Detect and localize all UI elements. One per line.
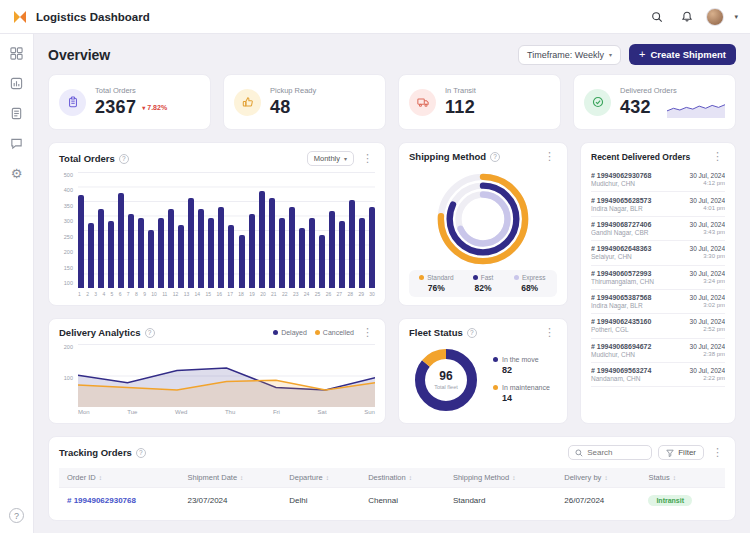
sidebar-item-orders-icon[interactable] xyxy=(9,106,24,121)
plus-icon: + xyxy=(639,49,645,60)
x-tick: 2 xyxy=(86,291,89,297)
bell-icon[interactable] xyxy=(676,6,698,28)
fleet-total: 96 xyxy=(439,369,452,383)
list-item[interactable]: # 19949062435160 Potheri, CGL 30 Jul, 20… xyxy=(591,314,725,338)
search-icon[interactable] xyxy=(646,6,668,28)
sort-icon[interactable]: ↕ xyxy=(409,474,412,481)
sort-icon[interactable]: ↕ xyxy=(240,474,243,481)
kebab-menu-icon[interactable]: ⋮ xyxy=(360,153,375,164)
kebab-menu-icon[interactable]: ⋮ xyxy=(710,151,725,162)
list-item[interactable]: # 19949060572993 Thirumangalam, CHN 30 J… xyxy=(591,266,725,290)
list-item[interactable]: # 19949068694672 Mudichur, CHN 30 Jul, 2… xyxy=(591,339,725,363)
shipping-method-card: Shipping Method ? ⋮ Standard 76% xyxy=(398,142,568,306)
order-time: 3:24 pm xyxy=(690,278,725,284)
y-tick: 150 xyxy=(59,265,73,271)
list-item-left: # 19949062930768 Mudichur, CHN xyxy=(591,172,651,187)
bar xyxy=(118,193,124,288)
help-icon[interactable]: ? xyxy=(136,448,146,458)
list-item[interactable]: # 19949069563274 Nandanam, CHN 30 Jul, 2… xyxy=(591,363,725,387)
x-tick: 14 xyxy=(195,291,201,297)
column-header[interactable]: Departure↕ xyxy=(281,468,360,488)
sort-icon[interactable]: ↕ xyxy=(326,474,329,481)
legend-dot xyxy=(473,275,478,280)
analytics-legend: Delayed Cancelled xyxy=(273,329,354,336)
column-header[interactable]: Order ID↕ xyxy=(59,468,179,488)
order-location: Potheri, CGL xyxy=(591,326,651,333)
order-date: 30 Jul, 2024 xyxy=(690,294,725,301)
column-header[interactable]: Status↕ xyxy=(640,468,725,488)
list-item[interactable]: # 19949065387568 Indira Nagar, BLR 30 Ju… xyxy=(591,290,725,314)
chevron-down-icon[interactable]: ▾ xyxy=(734,13,738,21)
kpi-delta: ▾ 7.82% xyxy=(142,104,167,111)
list-item-right: 30 Jul, 2024 3:24 pm xyxy=(690,270,725,284)
list-item[interactable]: # 19949062930768 Mudichur, CHN 30 Jul, 2… xyxy=(591,168,725,192)
create-shipment-button[interactable]: + Create Shipment xyxy=(629,44,736,65)
column-label: Shipping Method xyxy=(453,473,509,482)
timeframe-select[interactable]: Timeframe: Weekly ▾ xyxy=(518,45,621,65)
card-title: Fleet Status xyxy=(409,327,463,338)
sort-icon[interactable]: ↕ xyxy=(512,474,515,481)
kebab-menu-icon[interactable]: ⋮ xyxy=(710,447,725,458)
fleet-body: 96 Total fleet In the move 82 xyxy=(409,344,557,415)
kpi-body: Delivered Orders 432 xyxy=(620,86,725,118)
bar xyxy=(319,235,325,288)
x-tick: 12 xyxy=(173,291,179,297)
table-row[interactable]: # 19949062930768 23/07/2024 Delhi Chenna… xyxy=(59,488,725,513)
x-tick: 9 xyxy=(143,291,146,297)
bar xyxy=(98,209,104,288)
kebab-menu-icon[interactable]: ⋮ xyxy=(360,327,375,338)
sort-icon[interactable]: ↕ xyxy=(99,474,102,481)
kpi-row: Total Orders 2367 ▾ 7.82% xyxy=(48,74,736,130)
card-title: Recent Delivered Orders xyxy=(591,152,690,162)
kpi-value: 48 xyxy=(270,97,291,118)
help-icon[interactable]: ? xyxy=(119,154,129,164)
list-item-right: 30 Jul, 2024 2:22 pm xyxy=(690,367,725,381)
legend-item: Delayed xyxy=(273,329,307,336)
list-item[interactable]: # 19949062648363 Selaiyur, CHN 30 Jul, 2… xyxy=(591,241,725,265)
sidebar-item-dashboard-icon[interactable] xyxy=(9,46,24,61)
list-item-left: # 19949068727406 Gandhi Nagar, CBR xyxy=(591,221,651,236)
sidebar-item-analytics-icon[interactable] xyxy=(9,76,24,91)
list-item[interactable]: # 19949068727406 Gandhi Nagar, CBR 30 Ju… xyxy=(591,217,725,241)
search-input[interactable] xyxy=(587,448,645,457)
bar xyxy=(138,218,144,288)
column-header[interactable]: Destination↕ xyxy=(360,468,445,488)
x-tick: 13 xyxy=(184,291,190,297)
page-header-actions: Timeframe: Weekly ▾ + Create Shipment xyxy=(518,44,736,65)
table-search[interactable] xyxy=(568,445,652,460)
sidebar-item-settings-icon[interactable]: ⚙ xyxy=(9,166,24,181)
kebab-menu-icon[interactable]: ⋮ xyxy=(542,327,557,338)
column-label: Departure xyxy=(289,473,322,482)
help-icon[interactable]: ? xyxy=(9,508,24,523)
column-header[interactable]: Shipping Method↕ xyxy=(445,468,556,488)
filter-button[interactable]: Filter xyxy=(658,445,704,460)
list-item[interactable]: # 19949065628573 Indira Nagar, BLR 30 Ju… xyxy=(591,192,725,216)
help-icon[interactable]: ? xyxy=(467,328,477,338)
column-header[interactable]: Delivery by↕ xyxy=(556,468,640,488)
user-avatar[interactable] xyxy=(706,8,724,26)
help-icon[interactable]: ? xyxy=(490,152,500,162)
x-tick: Wed xyxy=(175,409,187,415)
order-id: # 19949068727406 xyxy=(591,221,651,228)
sort-icon[interactable]: ↕ xyxy=(673,474,676,481)
y-tick: 300 xyxy=(59,218,73,224)
delivered-sparkline xyxy=(667,98,725,118)
x-tick: 3 xyxy=(94,291,97,297)
bar xyxy=(269,198,275,288)
x-tick: 8 xyxy=(135,291,138,297)
cell-order-id[interactable]: # 19949062930768 xyxy=(59,488,179,513)
sort-icon[interactable]: ↕ xyxy=(604,474,607,481)
cell-status: Intransit xyxy=(640,488,725,513)
sidebar-item-chat-icon[interactable] xyxy=(9,136,24,151)
list-item-left: # 19949062435160 Potheri, CGL xyxy=(591,318,651,333)
x-tick: 23 xyxy=(293,291,299,297)
list-item-right: 30 Jul, 2024 4:01 pm xyxy=(690,197,725,211)
help-icon[interactable]: ? xyxy=(145,328,155,338)
period-select[interactable]: Monthly ▾ xyxy=(307,151,354,166)
kebab-menu-icon[interactable]: ⋮ xyxy=(542,151,557,162)
legend-value: 82 xyxy=(502,365,550,375)
x-tick: 30 xyxy=(369,291,375,297)
x-tick: Thu xyxy=(225,409,235,415)
column-header[interactable]: Shipment Date↕ xyxy=(179,468,281,488)
bar xyxy=(208,218,214,288)
